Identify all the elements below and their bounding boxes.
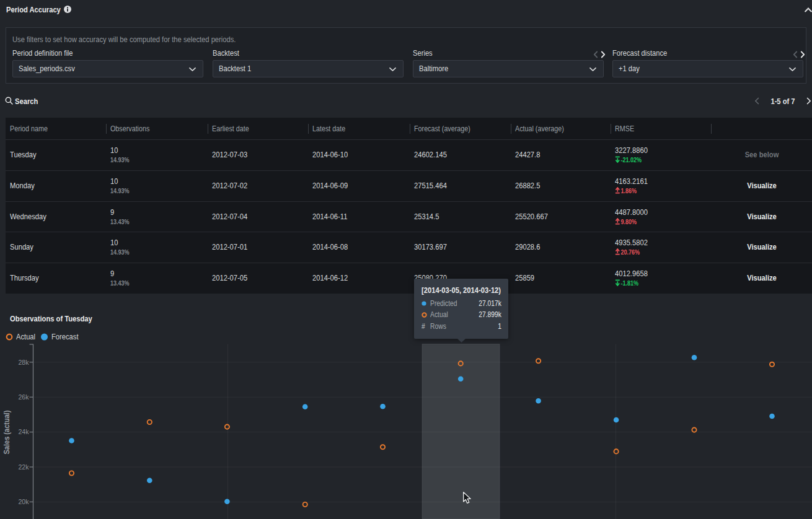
svg-text:20k: 20k: [19, 498, 29, 505]
svg-text:22k: 22k: [19, 463, 29, 471]
svg-text:Sales (actual): Sales (actual): [2, 411, 11, 455]
svg-text:26k: 26k: [19, 393, 29, 401]
svg-text:28k: 28k: [19, 359, 29, 366]
svg-text:24k: 24k: [19, 428, 29, 435]
